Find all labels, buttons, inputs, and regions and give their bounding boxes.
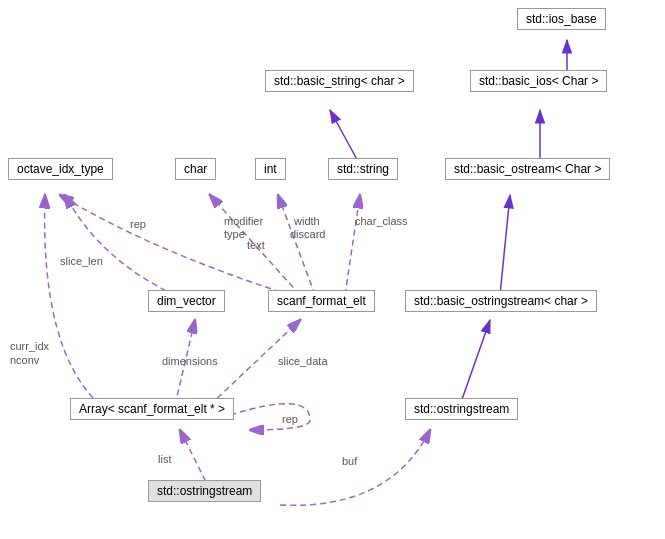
node-octave-idx-type: octave_idx_type (8, 158, 113, 180)
node-std-basic-ostream: std::basic_ostream< Char > (445, 158, 610, 180)
label-char-class: char_class (355, 215, 408, 227)
svg-line-6 (460, 320, 490, 405)
label-nconv: nconv (10, 354, 39, 366)
label-rep-1: rep (130, 218, 146, 230)
svg-line-8 (278, 195, 315, 295)
label-list: list (158, 453, 171, 465)
diagram-container: std::ostringstream Array< scanf_format_e… (0, 0, 665, 539)
node-int: int (255, 158, 286, 180)
node-char: char (175, 158, 216, 180)
svg-line-4 (330, 110, 360, 165)
node-array-scanf: Array< scanf_format_elt * > (70, 398, 234, 420)
label-dimensions: dimensions (162, 355, 218, 367)
label-buf: buf (342, 455, 357, 467)
label-text: text (247, 239, 265, 251)
node-std-ios-base: std::ios_base (517, 8, 606, 30)
label-width: width (294, 215, 320, 227)
node-scanf-format-elt: scanf_format_elt (268, 290, 375, 312)
label-discard: discard (290, 228, 325, 240)
node-scanf-format-list: std::ostringstream (148, 480, 261, 502)
svg-line-9 (345, 195, 360, 295)
svg-line-5 (500, 195, 510, 295)
label-curr-idx: curr_idx (10, 340, 49, 352)
node-std-basic-ostringstream: std::basic_ostringstream< char > (405, 290, 597, 312)
node-std-basic-ios: std::basic_ios< Char > (470, 70, 607, 92)
label-slice-len: slice_len (60, 255, 103, 267)
label-modifier: modifier (224, 215, 263, 227)
node-std-string: std::string (328, 158, 398, 180)
label-slice-data: slice_data (278, 355, 328, 367)
label-rep-2: rep (282, 413, 298, 425)
node-dim-vector: dim_vector (148, 290, 225, 312)
node-std-basic-string: std::basic_string< char > (265, 70, 414, 92)
label-type: type (224, 228, 245, 240)
node-std-ostringstream: std::ostringstream (405, 398, 518, 420)
